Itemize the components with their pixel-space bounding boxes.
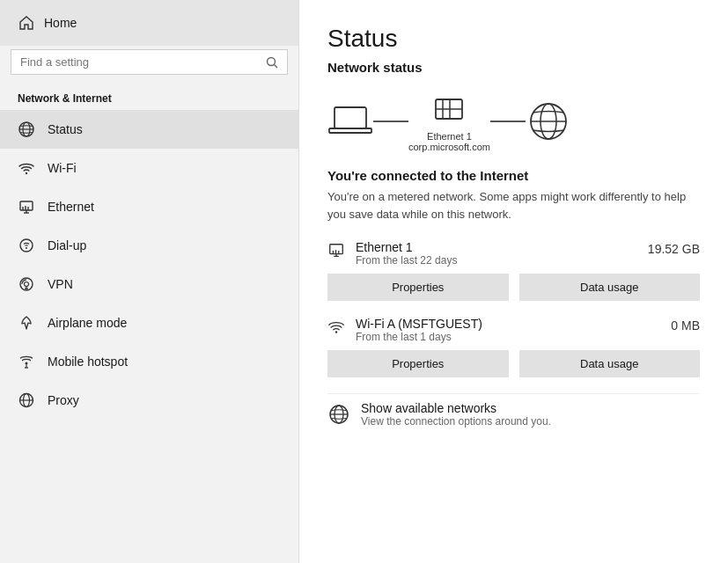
network-diagram: Ethernet 1 corp.microsoft.com <box>327 91 700 152</box>
svg-rect-25 <box>329 128 371 133</box>
diagram-line-2 <box>490 121 526 122</box>
diagram-ethernet-label: Ethernet 1 corp.microsoft.com <box>408 131 490 152</box>
search-box[interactable] <box>11 49 288 75</box>
ethernet-btn-row: Properties Data usage <box>327 274 700 301</box>
wifi-conn-icon <box>327 318 345 336</box>
svg-point-39 <box>335 331 337 333</box>
svg-point-0 <box>268 57 276 65</box>
sidebar-item-hotspot[interactable]: Mobile hotspot <box>0 342 298 381</box>
wifi-conn-name: Wi-Fi A (MSFTGUEST) <box>356 317 482 331</box>
ethernet-conn-name: Ethernet 1 <box>356 240 457 254</box>
sidebar-item-wifi[interactable]: Wi-Fi <box>0 149 298 187</box>
router-diagram-icon: Ethernet 1 corp.microsoft.com <box>408 91 490 152</box>
ethernet-data-usage-button[interactable]: Data usage <box>519 274 701 301</box>
connected-heading: You're connected to the Internet <box>327 168 700 183</box>
sidebar-item-dialup[interactable]: Dial-up <box>0 226 298 265</box>
sidebar-item-label-airplane: Airplane mode <box>48 316 127 330</box>
hotspot-icon <box>18 353 35 370</box>
home-icon <box>18 14 35 32</box>
status-icon <box>18 121 35 138</box>
airplane-icon <box>18 314 35 332</box>
ethernet-connection-left: Ethernet 1 From the last 22 days <box>327 240 457 267</box>
main-content: Status Network status Ethernet 1 corp.mi… <box>299 0 728 563</box>
ethernet-connection-info: Ethernet 1 From the last 22 days <box>356 240 457 267</box>
sidebar-item-label-vpn: VPN <box>48 277 73 291</box>
ethernet-properties-button[interactable]: Properties <box>327 274 509 301</box>
show-networks-text: Show available networks View the connect… <box>361 401 551 428</box>
globe-diagram-icon <box>526 99 571 144</box>
svg-point-13 <box>26 247 27 249</box>
sidebar-item-label-wifi: Wi-Fi <box>48 161 77 175</box>
home-label: Home <box>44 16 77 30</box>
sidebar-item-label-ethernet: Ethernet <box>48 200 94 214</box>
sidebar: Home Network & Internet Status <box>0 0 299 563</box>
diagram-line-1 <box>373 121 408 122</box>
show-networks-icon <box>327 403 350 426</box>
sidebar-item-status[interactable]: Status <box>0 110 298 149</box>
sidebar-item-airplane[interactable]: Airplane mode <box>0 303 298 342</box>
sidebar-item-label-dialup: Dial-up <box>48 238 86 252</box>
sidebar-category: Network & Internet <box>0 85 298 110</box>
connected-info: You're on a metered network. Some apps m… <box>327 188 697 223</box>
sidebar-item-ethernet[interactable]: Ethernet <box>0 187 298 226</box>
ethernet-connection-card: Ethernet 1 From the last 22 days 19.52 G… <box>327 240 700 301</box>
page-title: Status <box>327 25 700 53</box>
ethernet-connection-row: Ethernet 1 From the last 22 days 19.52 G… <box>327 240 700 267</box>
wifi-connection-info: Wi-Fi A (MSFTGUEST) From the last 1 days <box>356 317 482 343</box>
ethernet-icon <box>18 198 35 216</box>
ethernet-conn-sub: From the last 22 days <box>356 254 457 267</box>
wifi-conn-size: 0 MB <box>671 317 700 333</box>
show-networks-title: Show available networks <box>361 401 551 415</box>
show-networks-row[interactable]: Show available networks View the connect… <box>327 393 700 428</box>
sidebar-item-home[interactable]: Home <box>0 0 298 46</box>
wifi-icon <box>18 159 35 177</box>
section-title: Network status <box>327 60 700 75</box>
wifi-connection-card: Wi-Fi A (MSFTGUEST) From the last 1 days… <box>327 317 700 377</box>
search-input[interactable] <box>20 55 259 69</box>
wifi-connection-left: Wi-Fi A (MSFTGUEST) From the last 1 days <box>327 317 482 343</box>
proxy-icon <box>18 391 35 409</box>
show-networks-sub: View the connection options around you. <box>361 415 551 428</box>
sidebar-item-label-proxy: Proxy <box>48 393 79 407</box>
sidebar-item-label-status: Status <box>48 122 83 136</box>
ethernet-conn-icon <box>327 242 345 260</box>
sidebar-item-label-hotspot: Mobile hotspot <box>48 355 128 369</box>
wifi-conn-sub: From the last 1 days <box>356 331 482 343</box>
wifi-btn-row: Properties Data usage <box>327 350 700 377</box>
wifi-properties-button[interactable]: Properties <box>327 350 509 377</box>
sidebar-item-proxy[interactable]: Proxy <box>0 381 298 420</box>
wifi-data-usage-button[interactable]: Data usage <box>519 350 701 377</box>
dialup-icon <box>18 237 35 254</box>
search-icon <box>266 56 278 69</box>
svg-rect-24 <box>335 107 366 128</box>
svg-rect-6 <box>20 201 33 210</box>
sidebar-item-vpn[interactable]: VPN <box>0 265 298 303</box>
svg-point-15 <box>25 282 29 287</box>
svg-line-1 <box>275 64 278 68</box>
vpn-icon <box>18 275 35 293</box>
svg-point-5 <box>26 172 27 174</box>
laptop-diagram-icon <box>327 103 373 140</box>
wifi-connection-row: Wi-Fi A (MSFTGUEST) From the last 1 days… <box>327 317 700 343</box>
ethernet-conn-size: 19.52 GB <box>648 240 700 256</box>
svg-point-18 <box>26 362 28 365</box>
